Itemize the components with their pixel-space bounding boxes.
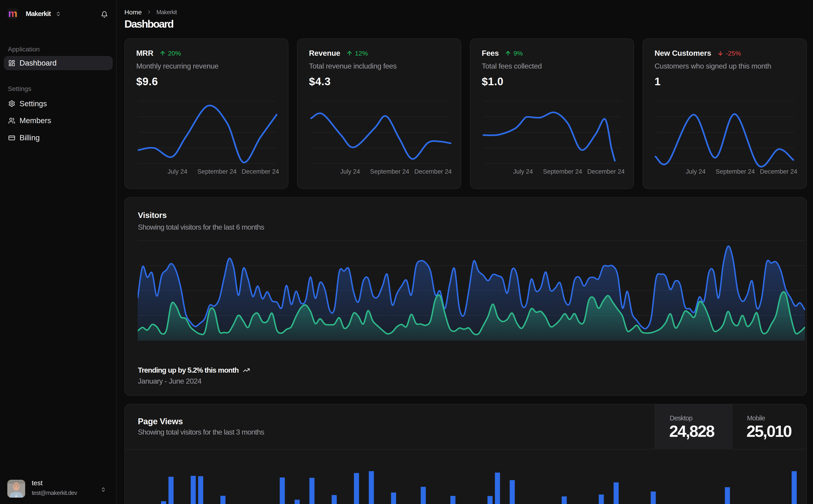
- svg-text:December 24: December 24: [587, 168, 625, 175]
- svg-text:December 24: December 24: [414, 168, 452, 175]
- svg-text:December 24: December 24: [242, 168, 279, 175]
- svg-text:July 24: July 24: [513, 168, 533, 175]
- svg-text:July 24: July 24: [167, 168, 187, 175]
- svg-text:September 24: September 24: [716, 168, 755, 175]
- svg-text:July 24: July 24: [340, 168, 360, 175]
- svg-text:September 24: September 24: [543, 168, 582, 175]
- svg-text:September 24: September 24: [370, 168, 409, 175]
- svg-text:September 24: September 24: [197, 168, 237, 175]
- svg-text:July 24: July 24: [686, 168, 706, 175]
- svg-text:December 24: December 24: [760, 168, 797, 175]
